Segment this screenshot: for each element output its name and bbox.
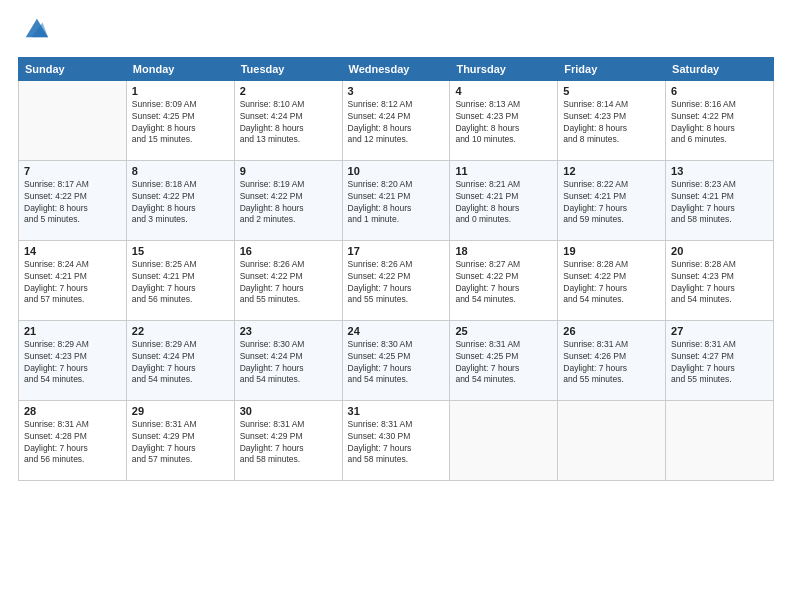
day-number: 2 (240, 85, 337, 97)
header (18, 18, 774, 47)
day-number: 12 (563, 165, 660, 177)
day-number: 18 (455, 245, 552, 257)
calendar-cell: 3Sunrise: 8:12 AM Sunset: 4:24 PM Daylig… (342, 80, 450, 160)
calendar-cell (558, 400, 666, 480)
weekday-header-friday: Friday (558, 57, 666, 80)
calendar-cell: 31Sunrise: 8:31 AM Sunset: 4:30 PM Dayli… (342, 400, 450, 480)
weekday-header-tuesday: Tuesday (234, 57, 342, 80)
day-info: Sunrise: 8:31 AM Sunset: 4:28 PM Dayligh… (24, 419, 121, 467)
calendar-cell: 24Sunrise: 8:30 AM Sunset: 4:25 PM Dayli… (342, 320, 450, 400)
day-number: 20 (671, 245, 768, 257)
calendar-cell: 14Sunrise: 8:24 AM Sunset: 4:21 PM Dayli… (19, 240, 127, 320)
day-info: Sunrise: 8:19 AM Sunset: 4:22 PM Dayligh… (240, 179, 337, 227)
day-info: Sunrise: 8:18 AM Sunset: 4:22 PM Dayligh… (132, 179, 229, 227)
day-info: Sunrise: 8:30 AM Sunset: 4:25 PM Dayligh… (348, 339, 445, 387)
day-info: Sunrise: 8:21 AM Sunset: 4:21 PM Dayligh… (455, 179, 552, 227)
day-number: 10 (348, 165, 445, 177)
day-info: Sunrise: 8:20 AM Sunset: 4:21 PM Dayligh… (348, 179, 445, 227)
day-number: 8 (132, 165, 229, 177)
day-info: Sunrise: 8:27 AM Sunset: 4:22 PM Dayligh… (455, 259, 552, 307)
calendar-cell: 6Sunrise: 8:16 AM Sunset: 4:22 PM Daylig… (666, 80, 774, 160)
week-row-4: 28Sunrise: 8:31 AM Sunset: 4:28 PM Dayli… (19, 400, 774, 480)
calendar-cell: 22Sunrise: 8:29 AM Sunset: 4:24 PM Dayli… (126, 320, 234, 400)
calendar-cell: 30Sunrise: 8:31 AM Sunset: 4:29 PM Dayli… (234, 400, 342, 480)
calendar-cell: 16Sunrise: 8:26 AM Sunset: 4:22 PM Dayli… (234, 240, 342, 320)
calendar-cell: 15Sunrise: 8:25 AM Sunset: 4:21 PM Dayli… (126, 240, 234, 320)
day-info: Sunrise: 8:24 AM Sunset: 4:21 PM Dayligh… (24, 259, 121, 307)
day-number: 14 (24, 245, 121, 257)
day-info: Sunrise: 8:31 AM Sunset: 4:29 PM Dayligh… (132, 419, 229, 467)
day-number: 21 (24, 325, 121, 337)
calendar-cell: 19Sunrise: 8:28 AM Sunset: 4:22 PM Dayli… (558, 240, 666, 320)
weekday-header-monday: Monday (126, 57, 234, 80)
calendar-cell: 20Sunrise: 8:28 AM Sunset: 4:23 PM Dayli… (666, 240, 774, 320)
calendar-cell: 13Sunrise: 8:23 AM Sunset: 4:21 PM Dayli… (666, 160, 774, 240)
day-info: Sunrise: 8:28 AM Sunset: 4:23 PM Dayligh… (671, 259, 768, 307)
day-number: 27 (671, 325, 768, 337)
week-row-1: 7Sunrise: 8:17 AM Sunset: 4:22 PM Daylig… (19, 160, 774, 240)
day-number: 29 (132, 405, 229, 417)
weekday-header-saturday: Saturday (666, 57, 774, 80)
day-info: Sunrise: 8:29 AM Sunset: 4:24 PM Dayligh… (132, 339, 229, 387)
day-info: Sunrise: 8:12 AM Sunset: 4:24 PM Dayligh… (348, 99, 445, 147)
day-info: Sunrise: 8:31 AM Sunset: 4:29 PM Dayligh… (240, 419, 337, 467)
calendar-cell: 23Sunrise: 8:30 AM Sunset: 4:24 PM Dayli… (234, 320, 342, 400)
day-number: 13 (671, 165, 768, 177)
day-number: 9 (240, 165, 337, 177)
day-info: Sunrise: 8:09 AM Sunset: 4:25 PM Dayligh… (132, 99, 229, 147)
calendar-cell: 21Sunrise: 8:29 AM Sunset: 4:23 PM Dayli… (19, 320, 127, 400)
day-info: Sunrise: 8:10 AM Sunset: 4:24 PM Dayligh… (240, 99, 337, 147)
calendar-cell: 7Sunrise: 8:17 AM Sunset: 4:22 PM Daylig… (19, 160, 127, 240)
day-info: Sunrise: 8:14 AM Sunset: 4:23 PM Dayligh… (563, 99, 660, 147)
calendar-cell (19, 80, 127, 160)
day-number: 24 (348, 325, 445, 337)
day-number: 3 (348, 85, 445, 97)
day-info: Sunrise: 8:23 AM Sunset: 4:21 PM Dayligh… (671, 179, 768, 227)
day-number: 31 (348, 405, 445, 417)
day-number: 26 (563, 325, 660, 337)
calendar-cell: 26Sunrise: 8:31 AM Sunset: 4:26 PM Dayli… (558, 320, 666, 400)
calendar-cell: 17Sunrise: 8:26 AM Sunset: 4:22 PM Dayli… (342, 240, 450, 320)
calendar-cell: 28Sunrise: 8:31 AM Sunset: 4:28 PM Dayli… (19, 400, 127, 480)
calendar-cell: 18Sunrise: 8:27 AM Sunset: 4:22 PM Dayli… (450, 240, 558, 320)
day-number: 4 (455, 85, 552, 97)
calendar-cell: 12Sunrise: 8:22 AM Sunset: 4:21 PM Dayli… (558, 160, 666, 240)
day-info: Sunrise: 8:31 AM Sunset: 4:25 PM Dayligh… (455, 339, 552, 387)
logo (18, 18, 50, 47)
calendar-cell: 5Sunrise: 8:14 AM Sunset: 4:23 PM Daylig… (558, 80, 666, 160)
day-number: 23 (240, 325, 337, 337)
calendar-cell (450, 400, 558, 480)
day-info: Sunrise: 8:16 AM Sunset: 4:22 PM Dayligh… (671, 99, 768, 147)
day-info: Sunrise: 8:31 AM Sunset: 4:26 PM Dayligh… (563, 339, 660, 387)
day-info: Sunrise: 8:31 AM Sunset: 4:30 PM Dayligh… (348, 419, 445, 467)
day-number: 22 (132, 325, 229, 337)
calendar-cell: 8Sunrise: 8:18 AM Sunset: 4:22 PM Daylig… (126, 160, 234, 240)
day-info: Sunrise: 8:29 AM Sunset: 4:23 PM Dayligh… (24, 339, 121, 387)
day-number: 5 (563, 85, 660, 97)
day-number: 16 (240, 245, 337, 257)
day-info: Sunrise: 8:28 AM Sunset: 4:22 PM Dayligh… (563, 259, 660, 307)
day-info: Sunrise: 8:13 AM Sunset: 4:23 PM Dayligh… (455, 99, 552, 147)
week-row-3: 21Sunrise: 8:29 AM Sunset: 4:23 PM Dayli… (19, 320, 774, 400)
day-number: 19 (563, 245, 660, 257)
calendar-cell: 29Sunrise: 8:31 AM Sunset: 4:29 PM Dayli… (126, 400, 234, 480)
weekday-header-sunday: Sunday (19, 57, 127, 80)
day-number: 1 (132, 85, 229, 97)
day-number: 11 (455, 165, 552, 177)
day-number: 25 (455, 325, 552, 337)
day-info: Sunrise: 8:31 AM Sunset: 4:27 PM Dayligh… (671, 339, 768, 387)
calendar-cell (666, 400, 774, 480)
calendar-cell: 2Sunrise: 8:10 AM Sunset: 4:24 PM Daylig… (234, 80, 342, 160)
day-number: 6 (671, 85, 768, 97)
day-number: 17 (348, 245, 445, 257)
calendar-cell: 1Sunrise: 8:09 AM Sunset: 4:25 PM Daylig… (126, 80, 234, 160)
logo-icon (22, 14, 50, 42)
day-info: Sunrise: 8:30 AM Sunset: 4:24 PM Dayligh… (240, 339, 337, 387)
day-number: 15 (132, 245, 229, 257)
week-row-0: 1Sunrise: 8:09 AM Sunset: 4:25 PM Daylig… (19, 80, 774, 160)
weekday-header-row: SundayMondayTuesdayWednesdayThursdayFrid… (19, 57, 774, 80)
calendar-cell: 4Sunrise: 8:13 AM Sunset: 4:23 PM Daylig… (450, 80, 558, 160)
day-number: 28 (24, 405, 121, 417)
calendar-cell: 10Sunrise: 8:20 AM Sunset: 4:21 PM Dayli… (342, 160, 450, 240)
weekday-header-thursday: Thursday (450, 57, 558, 80)
